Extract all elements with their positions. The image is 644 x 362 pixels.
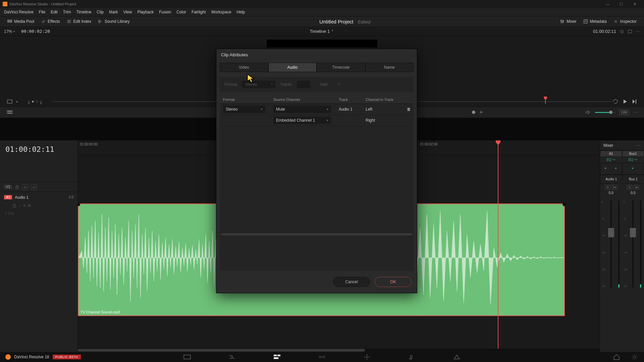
menu-fusion[interactable]: Fusion (156, 8, 174, 16)
menu-help[interactable]: Help (234, 8, 248, 16)
ok-button[interactable]: OK (375, 277, 412, 287)
format-select[interactable]: Stereo (223, 106, 265, 113)
timeline-view-icon[interactable] (7, 109, 13, 115)
lock-icon[interactable] (12, 203, 17, 208)
sound-library-icon (98, 19, 103, 24)
play-icon[interactable] (622, 99, 628, 105)
menu-fairlight[interactable]: Fairlight (189, 8, 209, 16)
fairlight-page-icon[interactable] (408, 354, 416, 360)
source-select[interactable]: Embedded Channel 1 (273, 117, 331, 124)
solo-a1[interactable]: S (605, 185, 610, 190)
mixer-ch-bus1[interactable]: Bus1 (622, 150, 644, 157)
cut-page-icon[interactable] (228, 354, 236, 360)
settings-icon[interactable] (631, 354, 639, 360)
fusion-page-icon[interactable] (318, 354, 326, 360)
mixer-ch-a1[interactable]: A1 (600, 150, 622, 157)
nav-dots[interactable]: ‹› (28, 101, 42, 103)
zoom-in-icon[interactable]: + (479, 109, 483, 115)
menu-file[interactable]: File (36, 8, 48, 16)
edit-index-button[interactable]: Edit Index (63, 18, 95, 25)
lock-icon[interactable] (15, 185, 19, 189)
options-icon[interactable]: ⋯ (637, 143, 641, 148)
metadata-button[interactable]: Metadata (580, 18, 610, 25)
menu-trim[interactable]: Trim (60, 8, 74, 16)
v1-tag[interactable]: V1 (4, 185, 12, 189)
source-timecode[interactable]: 00:00:02:20 (21, 29, 50, 34)
sound-library-button[interactable]: Sound Library (95, 18, 133, 25)
options-icon[interactable]: ⋯ (636, 29, 640, 34)
close-button[interactable]: ✕ (628, 0, 641, 8)
deliver-page-icon[interactable] (453, 354, 461, 360)
cancel-button[interactable]: Cancel (333, 277, 370, 287)
color-page-icon[interactable] (363, 354, 371, 360)
tab-video[interactable]: Video (220, 63, 268, 72)
maximize-button[interactable]: ☐ (614, 0, 628, 8)
v1-film-icon[interactable]: ▭ (31, 184, 37, 190)
fader-a1[interactable]: 0-5-10-20-30-50 (600, 197, 622, 291)
eq-bus1[interactable]: EQ (622, 157, 644, 163)
mute-a1[interactable]: M (612, 185, 617, 190)
a1-tag[interactable]: A1 (4, 195, 12, 199)
solo-bus1[interactable]: S (627, 185, 632, 190)
loop-icon[interactable] (612, 99, 619, 105)
single-viewer-icon[interactable] (628, 29, 632, 34)
zoom-level[interactable]: 17% (4, 29, 15, 34)
mute-button[interactable]: M (28, 203, 31, 207)
mini-playhead[interactable] (545, 99, 546, 104)
eq-a1[interactable]: EQ (600, 157, 622, 163)
tab-name[interactable]: Name (365, 63, 414, 72)
playhead-timecode[interactable]: 01:00:02:11 (0, 140, 77, 158)
media-page-icon[interactable] (183, 354, 191, 360)
edit-page-icon[interactable] (273, 354, 281, 360)
record-timecode[interactable]: 01:00:02:11 (593, 29, 616, 34)
chevron-down-icon[interactable]: ▾ (16, 100, 18, 104)
pan-graph[interactable] (600, 163, 644, 175)
menu-playback[interactable]: Playback (135, 8, 156, 16)
menu-mark[interactable]: Mark (106, 8, 121, 16)
volume-icon[interactable] (585, 109, 591, 115)
menu-color[interactable]: Color (174, 8, 189, 16)
db-a1[interactable]: 0.0 (600, 191, 622, 197)
a1-auto-icon[interactable]: ⬦ (19, 203, 21, 207)
v1-thumb-icon[interactable]: ▭ (22, 184, 28, 190)
menu-timeline[interactable]: Timeline (73, 8, 94, 16)
chevron-down-icon[interactable]: ▾ (332, 29, 333, 34)
options-icon[interactable]: ⋯ (633, 110, 637, 115)
bypass-icon[interactable] (620, 29, 624, 34)
clip-handle-left[interactable] (78, 203, 80, 206)
svg-point-17 (319, 356, 321, 358)
menu-workspace[interactable]: Workspace (209, 8, 234, 16)
mute-bus1[interactable]: M (634, 185, 639, 190)
mixer-button[interactable]: Mixer (556, 18, 580, 25)
app-name: DaVinci Resolve 18 (14, 355, 49, 359)
inspector-button[interactable]: Inspector (610, 18, 640, 25)
h-scrollbar[interactable] (78, 349, 600, 352)
solo-button[interactable]: S (23, 203, 25, 207)
match-frame-icon[interactable] (7, 99, 13, 105)
playhead[interactable] (498, 140, 498, 352)
timeline-name[interactable]: Timeline 1 (310, 29, 329, 34)
clip-handle-right[interactable] (562, 203, 566, 206)
menu-edit[interactable]: Edit (48, 8, 60, 16)
media-pool-button[interactable]: Media Pool (4, 18, 38, 25)
home-icon[interactable] (612, 354, 621, 360)
dim-button[interactable]: DIM (619, 110, 629, 115)
effects-button[interactable]: Effects (38, 18, 63, 25)
db-bus1[interactable]: 0.0 (622, 191, 644, 197)
menu-clip[interactable]: Clip (94, 8, 106, 16)
tab-timecode[interactable]: Timecode (317, 63, 365, 72)
dialog-h-scrollbar[interactable] (221, 233, 412, 235)
track-head-a1[interactable]: A1 Audio 1 2.0 (0, 192, 77, 202)
volume-slider[interactable] (595, 112, 615, 113)
menu-view[interactable]: View (121, 8, 135, 16)
source-select[interactable]: Mute (273, 106, 331, 113)
menu-davinci[interactable]: DaVinci Resolve (1, 8, 36, 16)
minimize-button[interactable]: — (601, 0, 614, 8)
tab-audio[interactable]: Audio (268, 63, 317, 72)
delete-row-icon[interactable]: 🗑 (404, 105, 414, 113)
svg-rect-10 (7, 113, 12, 114)
track-head-v1[interactable]: V1 ▭ ▭ (0, 182, 77, 192)
next-icon[interactable] (631, 99, 637, 105)
fader-bus1[interactable]: 0-5-10-20-30-50 (622, 197, 644, 291)
zoom-marker[interactable] (472, 111, 475, 114)
